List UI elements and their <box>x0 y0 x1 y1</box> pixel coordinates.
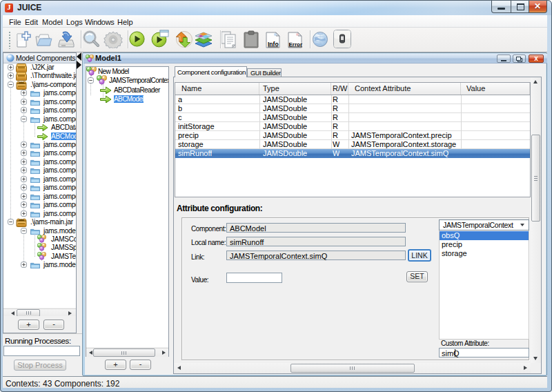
svg-text:Error: Error <box>289 41 303 48</box>
svg-text:Info: Info <box>268 41 279 48</box>
